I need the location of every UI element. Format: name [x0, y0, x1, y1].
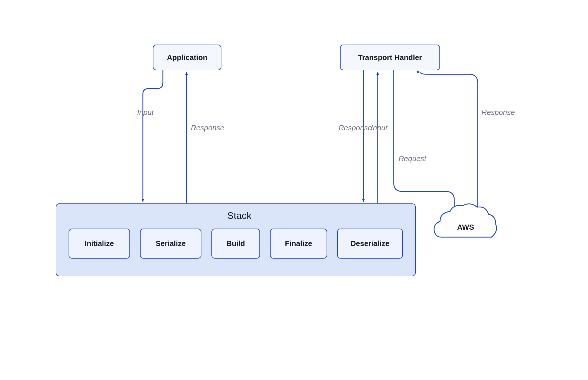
arrow-aws-response [420, 72, 478, 214]
flow-app-response: Response [191, 123, 224, 132]
application-node: Application [153, 45, 221, 70]
flow-app-input: Input [137, 108, 154, 117]
step-deserialize: Deserialize [337, 229, 403, 259]
flow-aws-response: Response [481, 108, 515, 117]
flow-th-request: Request [399, 154, 426, 163]
cloud-icon [434, 204, 497, 237]
diagram-svg [0, 0, 588, 380]
aws-label: AWS [457, 223, 474, 232]
flow-th-input: Input [371, 123, 387, 132]
stack-title: Stack [227, 210, 251, 221]
arrow-app-input [143, 70, 163, 202]
transport-handler-node: Transport Handler [340, 45, 440, 70]
arrow-th-request [394, 70, 454, 210]
step-build-label: Build [227, 239, 245, 248]
step-finalize-label: Finalize [285, 239, 312, 248]
step-initialize: Initialize [69, 229, 130, 259]
step-initialize-label: Initialize [85, 239, 114, 248]
application-label: Application [167, 53, 207, 62]
flow-th-response: Response [339, 123, 372, 132]
transport-handler-label: Transport Handler [358, 53, 422, 62]
step-deserialize-label: Deserialize [351, 239, 389, 248]
step-serialize: Serialize [140, 229, 201, 259]
step-finalize: Finalize [270, 229, 327, 259]
step-build: Build [211, 229, 260, 259]
step-serialize-label: Serialize [156, 239, 186, 248]
